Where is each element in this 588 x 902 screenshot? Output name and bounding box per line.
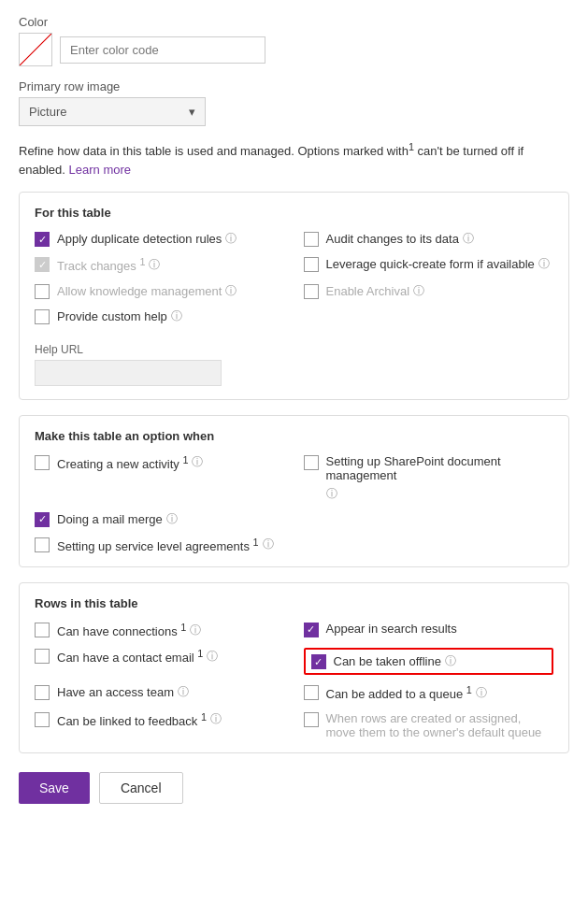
checkbox-allow-knowledge: Allow knowledge management ⓘ xyxy=(35,283,285,299)
creating-activity-label: Creating a new activity 1 xyxy=(57,454,188,471)
added-queue-info-icon[interactable]: ⓘ xyxy=(476,685,487,701)
rows-in-table-grid: Can have connections 1 ⓘ Appear in searc… xyxy=(35,622,553,739)
chevron-down-icon: ▾ xyxy=(189,105,195,119)
mail-merge-label: Doing a mail merge xyxy=(57,512,163,526)
save-button[interactable]: Save xyxy=(19,772,90,804)
contact-email-label: Can have a contact email 1 xyxy=(57,648,203,665)
provide-custom-help-label: Provide custom help xyxy=(57,309,167,323)
taken-offline-checkbox[interactable] xyxy=(311,654,326,669)
make-this-table-panel: Make this table an option when Creating … xyxy=(19,415,569,567)
checkbox-provide-custom-help: Provide custom help ⓘ xyxy=(35,308,285,324)
provide-custom-help-info-icon[interactable]: ⓘ xyxy=(171,308,182,324)
rows-in-table-panel: Rows in this table Can have connections … xyxy=(19,582,569,753)
service-level-label: Setting up service level agreements 1 xyxy=(57,537,259,553)
connections-info-icon[interactable]: ⓘ xyxy=(190,623,201,638)
allow-knowledge-label: Allow knowledge management xyxy=(57,284,222,298)
linked-feedback-info-icon[interactable]: ⓘ xyxy=(210,711,222,727)
access-team-info-icon[interactable]: ⓘ xyxy=(178,684,189,700)
allow-knowledge-info-icon[interactable]: ⓘ xyxy=(225,283,237,299)
color-input[interactable] xyxy=(60,36,265,64)
added-queue-checkbox[interactable] xyxy=(304,685,319,700)
make-this-table-grid: Creating a new activity 1 ⓘ Setting up S… xyxy=(35,454,553,553)
checkbox-connections: Can have connections 1 ⓘ xyxy=(35,622,285,638)
audit-changes-checkbox[interactable] xyxy=(304,232,319,247)
creating-activity-info-icon[interactable]: ⓘ xyxy=(192,454,203,470)
mail-merge-info-icon[interactable]: ⓘ xyxy=(166,511,178,527)
primary-row-image-label: Primary row image xyxy=(19,79,569,93)
connections-checkbox[interactable] xyxy=(35,623,50,637)
contact-email-info-icon[interactable]: ⓘ xyxy=(207,649,218,665)
sharepoint-label: Setting up SharePoint document managemen… xyxy=(326,454,554,482)
mail-merge-checkbox[interactable] xyxy=(35,512,50,527)
track-changes-label: Track changes 1 xyxy=(57,256,145,273)
checkbox-track-changes: Track changes 1 ⓘ xyxy=(35,256,285,273)
apply-dup-label: Apply duplicate detection rules xyxy=(57,232,222,246)
taken-offline-info-icon[interactable]: ⓘ xyxy=(445,653,456,669)
apply-dup-info-icon[interactable]: ⓘ xyxy=(225,231,237,247)
enable-archival-info-icon[interactable]: ⓘ xyxy=(413,283,424,299)
checkbox-mail-merge: Doing a mail merge ⓘ xyxy=(35,511,285,527)
linked-feedback-checkbox[interactable] xyxy=(35,712,50,727)
learn-more-link[interactable]: Learn more xyxy=(69,163,131,177)
checkbox-access-team: Have an access team ⓘ xyxy=(35,684,285,701)
checkbox-linked-feedback: Can be linked to feedback 1 ⓘ xyxy=(35,711,285,739)
leverage-quick-label: Leverage quick-create form if available xyxy=(326,257,535,271)
primary-row-image-section: Primary row image Picture ▾ xyxy=(19,79,569,126)
checkbox-taken-offline: Can be taken offline ⓘ xyxy=(304,648,554,675)
make-this-table-title: Make this table an option when xyxy=(35,429,553,443)
footer-buttons: Save Cancel xyxy=(19,772,569,804)
help-url-section: Help URL xyxy=(35,334,285,386)
color-row xyxy=(19,33,569,66)
track-changes-info-icon[interactable]: ⓘ xyxy=(149,257,160,273)
checkbox-appear-search: Appear in search results xyxy=(304,622,554,638)
connections-label: Can have connections 1 xyxy=(57,622,186,638)
checkbox-leverage-quick: Leverage quick-create form if available … xyxy=(304,256,554,273)
leverage-quick-checkbox[interactable] xyxy=(304,257,319,272)
appear-search-checkbox[interactable] xyxy=(304,623,319,637)
added-queue-label: Can be added to a queue 1 xyxy=(326,684,472,701)
refine-text: Refine how data in this table is used an… xyxy=(19,139,569,179)
allow-knowledge-checkbox[interactable] xyxy=(35,284,50,299)
color-section: Color xyxy=(19,15,569,66)
color-label: Color xyxy=(19,15,569,29)
sharepoint-info-icon[interactable]: ⓘ xyxy=(326,486,337,502)
help-url-input[interactable] xyxy=(35,360,222,386)
rows-in-table-title: Rows in this table xyxy=(35,596,553,610)
checkbox-added-queue: Can be added to a queue 1 ⓘ xyxy=(304,684,554,701)
apply-dup-checkbox[interactable] xyxy=(35,232,50,247)
service-level-info-icon[interactable]: ⓘ xyxy=(263,537,274,552)
enable-archival-label: Enable Archival xyxy=(326,284,410,298)
checkbox-contact-email: Can have a contact email 1 ⓘ xyxy=(35,648,285,675)
for-this-table-panel: For this table Apply duplicate detection… xyxy=(19,192,569,399)
track-changes-checkbox[interactable] xyxy=(35,257,50,272)
provide-custom-help-checkbox[interactable] xyxy=(35,309,50,324)
leverage-quick-info-icon[interactable]: ⓘ xyxy=(538,256,550,272)
service-level-checkbox[interactable] xyxy=(35,537,50,552)
checkbox-service-level: Setting up service level agreements 1 ⓘ xyxy=(35,537,285,553)
audit-changes-info-icon[interactable]: ⓘ xyxy=(463,231,474,247)
checkbox-audit-changes: Audit changes to its data ⓘ xyxy=(304,231,554,247)
primary-row-image-dropdown[interactable]: Picture ▾ xyxy=(19,97,206,126)
rows-assigned-checkbox[interactable] xyxy=(304,712,319,727)
access-team-checkbox[interactable] xyxy=(35,685,50,700)
linked-feedback-label: Can be linked to feedback 1 xyxy=(57,711,207,728)
enable-archival-checkbox[interactable] xyxy=(304,284,319,299)
rows-assigned-label: When rows are created or assigned, move … xyxy=(326,711,554,739)
checkbox-creating-activity: Creating a new activity 1 ⓘ xyxy=(35,454,285,502)
checkbox-rows-assigned: When rows are created or assigned, move … xyxy=(304,711,554,739)
cancel-button[interactable]: Cancel xyxy=(99,772,183,804)
creating-activity-checkbox[interactable] xyxy=(35,455,50,470)
color-swatch[interactable] xyxy=(19,33,52,66)
contact-email-checkbox[interactable] xyxy=(35,649,50,664)
for-this-table-title: For this table xyxy=(35,206,553,220)
help-url-label: Help URL xyxy=(35,343,285,356)
checkbox-apply-dup: Apply duplicate detection rules ⓘ xyxy=(35,231,285,247)
audit-changes-label: Audit changes to its data xyxy=(326,232,459,246)
dropdown-value: Picture xyxy=(29,105,66,119)
checkbox-sharepoint: Setting up SharePoint document managemen… xyxy=(304,454,554,502)
taken-offline-label: Can be taken offline xyxy=(334,654,441,668)
access-team-label: Have an access team xyxy=(57,685,174,699)
sharepoint-checkbox[interactable] xyxy=(304,455,319,470)
checkbox-enable-archival: Enable Archival ⓘ xyxy=(304,283,554,299)
appear-search-label: Appear in search results xyxy=(326,622,457,636)
